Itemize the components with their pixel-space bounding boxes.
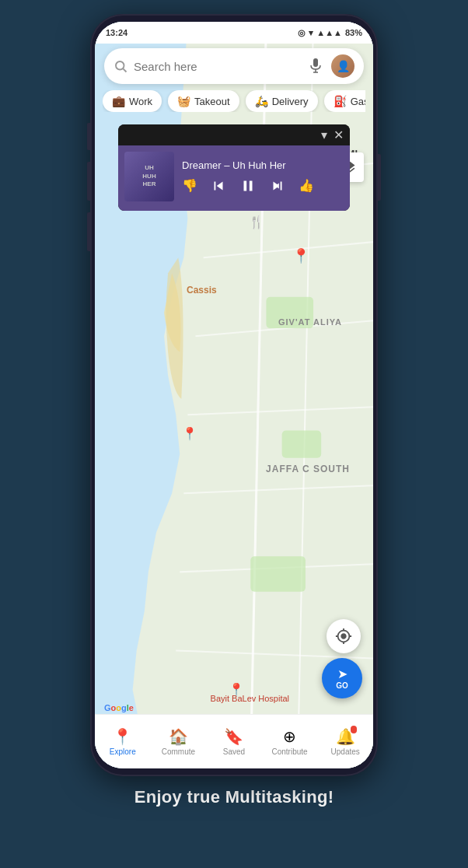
search-input[interactable] [134,60,305,73]
nav-contribute[interactable]: ⊕ Contribute [262,727,318,756]
svg-rect-11 [282,430,322,457]
svg-rect-10 [266,297,313,328]
svg-rect-15 [313,58,318,67]
music-info: Dreamer – Uh Huh Her 👎 👍 [182,159,341,194]
music-player: ▾ ✕ UHHUHHER Dreamer – Uh Huh Her 👎 [118,124,350,211]
music-title: Dreamer – Uh Huh Her [182,159,341,171]
go-button[interactable]: ➤ GO [322,658,362,698]
commute-icon: 🏠 [169,727,188,746]
signal-icon: ▲▲▲ [316,28,342,37]
album-art: UHHUHHER [124,152,174,201]
category-pills: 💼 Work 🧺 Takeout 🛵 Delivery ⛽ Gas [103,90,365,112]
thumb-down-btn[interactable]: 👎 [182,178,197,193]
gas-label: Gas [351,96,365,107]
pill-gas[interactable]: ⛽ Gas [324,90,365,112]
pill-work[interactable]: 💼 Work [103,90,162,112]
music-chevron-btn[interactable]: ▾ [321,128,327,142]
location-icon: ◎ [298,28,306,38]
music-player-header: ▾ ✕ [118,124,350,145]
location-button[interactable] [327,619,361,653]
saved-icon: 🔖 [224,727,243,746]
saved-label: Saved [223,747,245,756]
time: 13:24 [106,28,127,37]
hospital-label: Bayit BaLev Hospital [211,694,290,703]
status-bar: 13:24 ◎ ▾ ▲▲▲ 83% [95,22,373,44]
battery: 83% [345,28,362,37]
svg-rect-12 [250,556,306,591]
updates-label: Updates [331,747,360,756]
wifi-icon: ▾ [309,28,313,38]
previous-btn[interactable] [210,177,227,194]
updates-icon: 🔔 [336,727,355,746]
delivery-icon: 🛵 [255,95,268,107]
svg-line-14 [123,68,126,72]
explore-icon: 📍 [113,727,132,746]
contribute-label: Contribute [272,747,308,756]
map-pin-star[interactable]: 📍 [292,247,309,264]
delivery-label: Delivery [272,96,309,107]
map-pin-restaurant[interactable]: 🍴 [249,215,264,229]
work-icon: 💼 [112,95,125,107]
search-bar[interactable]: 👤 [104,48,364,84]
avatar[interactable]: 👤 [331,54,354,78]
music-controls: 👎 👍 [182,177,341,194]
google-watermark: Google [104,703,134,712]
pause-btn[interactable] [239,177,257,194]
nav-explore[interactable]: 📍 Explore [95,727,151,756]
phone-screen: AJAMI GIV'AT ALIYA JAFFA C SOUTH Cassis … [95,22,373,768]
gas-icon: ⛽ [334,95,347,107]
work-label: Work [129,96,152,107]
tagline: Enjoy true Multitasking! [134,787,334,807]
nav-updates[interactable]: 🔔 Updates [317,727,373,756]
svg-point-13 [116,61,124,70]
contribute-icon: ⊕ [283,727,296,746]
map-pin-location[interactable]: 📍 [182,426,197,441]
go-label: GO [336,681,348,690]
music-close-btn[interactable]: ✕ [334,128,344,142]
commute-label: Commute [162,747,195,756]
thumb-up-btn[interactable]: 👍 [299,178,314,193]
explore-label: Explore [110,747,136,756]
takeout-icon: 🧺 [177,95,190,107]
nav-saved[interactable]: 🔖 Saved [206,727,262,756]
nav-commute[interactable]: 🏠 Commute [151,727,207,756]
phone-container: AJAMI GIV'AT ALIYA JAFFA C SOUTH Cassis … [90,14,378,776]
pill-delivery[interactable]: 🛵 Delivery [246,90,318,112]
music-body: UHHUHHER Dreamer – Uh Huh Her 👎 [118,145,350,211]
search-icon [114,59,127,73]
next-btn[interactable] [269,177,286,194]
mic-icon[interactable] [305,55,327,77]
bottom-nav: 📍 Explore 🏠 Commute 🔖 Saved ⊕ Contribute… [95,714,373,768]
pill-takeout[interactable]: 🧺 Takeout [168,90,239,112]
go-arrow-icon: ➤ [337,667,348,681]
takeout-label: Takeout [194,96,230,107]
